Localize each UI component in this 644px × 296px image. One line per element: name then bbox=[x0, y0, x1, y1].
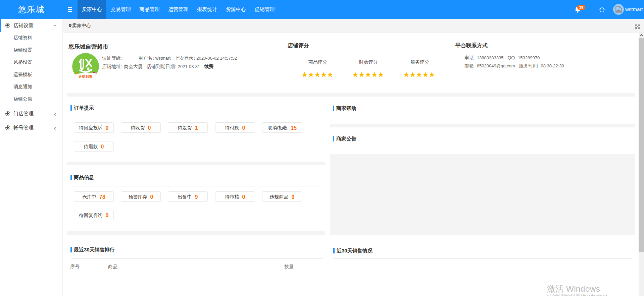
svg-text:送菜到家: 送菜到家 bbox=[79, 75, 93, 78]
